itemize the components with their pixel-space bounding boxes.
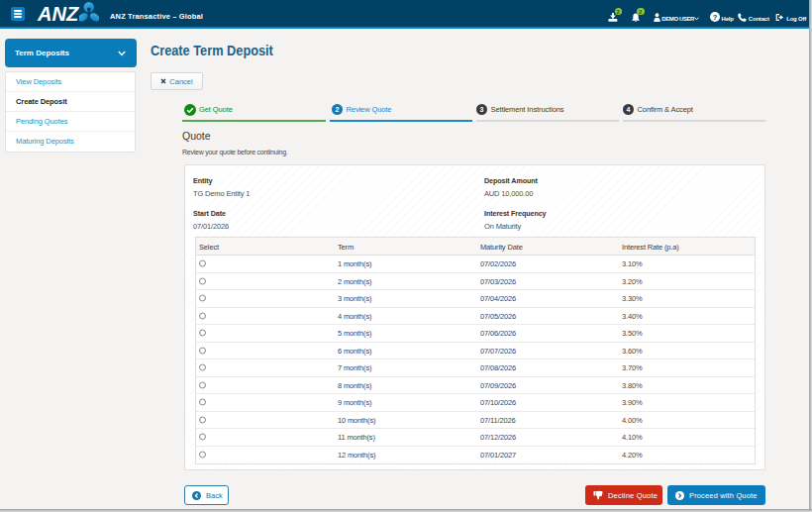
svg-text:?: ? <box>712 13 717 22</box>
